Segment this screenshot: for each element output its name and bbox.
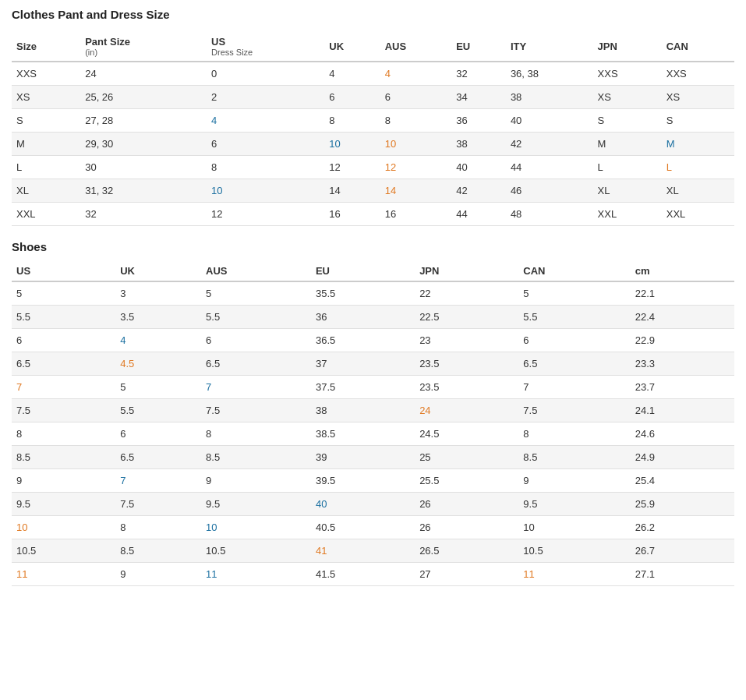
shoes-col-header: CAN (518, 260, 630, 281)
shoes-cell: 22.9 (631, 329, 734, 352)
shoes-cell: 7 (115, 469, 201, 493)
clothes-cell: S (593, 109, 662, 133)
shoes-cell: 40.5 (311, 516, 415, 539)
shoes-table-row: 1081040.5261026.2 (12, 516, 734, 539)
shoes-cell: 9 (201, 469, 311, 493)
shoes-cell: 4.5 (115, 352, 201, 376)
shoes-cell: 6.5 (12, 352, 115, 376)
shoes-cell: 11 (518, 563, 630, 586)
clothes-cell: 10 (324, 133, 380, 156)
clothes-table-row: XXS240443236, 38XXSXXS (12, 62, 734, 86)
shoes-cell: 23.3 (631, 352, 734, 376)
shoes-cell: 4 (115, 329, 201, 352)
shoes-cell: 9.5 (12, 493, 115, 516)
shoes-cell: 8.5 (115, 539, 201, 563)
shoes-table-row: 5.53.55.53622.55.522.4 (12, 306, 734, 329)
shoes-cell: 36.5 (311, 329, 415, 352)
shoes-cell: 26 (415, 516, 518, 539)
shoes-cell: 40 (311, 493, 415, 516)
shoes-cell: 5.5 (201, 306, 311, 329)
shoes-table-row: 8.56.58.539258.524.9 (12, 446, 734, 469)
shoes-cell: 3.5 (115, 306, 201, 329)
shoes-cell: 7 (201, 376, 311, 399)
clothes-cell: 12 (380, 156, 452, 179)
clothes-cell: 30 (80, 156, 207, 179)
clothes-cell: 29, 30 (80, 133, 207, 156)
shoes-table-row: 6.54.56.53723.56.523.3 (12, 352, 734, 376)
clothes-cell: 16 (324, 203, 380, 226)
shoes-cell: 8.5 (12, 446, 115, 469)
clothes-cell: 31, 32 (80, 179, 207, 203)
clothes-cell: 8 (207, 156, 324, 179)
shoes-cell: 10 (12, 516, 115, 539)
clothes-cell: XXS (593, 62, 662, 86)
clothes-cell: XXL (662, 203, 734, 226)
shoes-cell: 8.5 (518, 446, 630, 469)
shoes-cell: 24 (415, 399, 518, 422)
clothes-cell: 44 (506, 156, 593, 179)
shoes-cell: 8 (201, 422, 311, 446)
shoes-cell: 6 (201, 329, 311, 352)
shoes-cell: 41.5 (311, 563, 415, 586)
clothes-cell: XXL (593, 203, 662, 226)
clothes-table-row: M29, 30610103842MM (12, 133, 734, 156)
shoes-cell: 25.4 (631, 469, 734, 493)
shoes-cell: 6.5 (201, 352, 311, 376)
clothes-cell: XXS (12, 62, 80, 86)
shoes-cell: 36 (311, 306, 415, 329)
clothes-cell: 24 (80, 62, 207, 86)
shoes-col-header: US (12, 260, 115, 281)
clothes-cell: XL (662, 179, 734, 203)
shoes-cell: 24.9 (631, 446, 734, 469)
clothes-cell: 10 (207, 179, 324, 203)
shoes-col-header: EU (311, 260, 415, 281)
clothes-cell: L (662, 156, 734, 179)
shoes-cell: 39 (311, 446, 415, 469)
clothes-cell: L (12, 156, 80, 179)
clothes-cell: XXS (662, 62, 734, 86)
shoes-cell: 22.4 (631, 306, 734, 329)
shoes-cell: 5.5 (518, 306, 630, 329)
shoes-cell: 27.1 (631, 563, 734, 586)
clothes-cell: 4 (324, 62, 380, 86)
shoes-cell: 9.5 (518, 493, 630, 516)
shoes-cell: 23.7 (631, 376, 734, 399)
shoes-cell: 8 (518, 422, 630, 446)
shoes-table-row: 86838.524.5824.6 (12, 422, 734, 446)
shoes-cell: 22.5 (415, 306, 518, 329)
clothes-cell: 40 (506, 109, 593, 133)
shoes-cell: 25.5 (415, 469, 518, 493)
clothes-cell: XXL (12, 203, 80, 226)
clothes-cell: S (12, 109, 80, 133)
clothes-cell: XS (593, 86, 662, 109)
clothes-cell: M (662, 133, 734, 156)
clothes-cell: XS (662, 86, 734, 109)
shoes-cell: 23.5 (415, 352, 518, 376)
shoes-cell: 5.5 (12, 306, 115, 329)
clothes-cell: 4 (380, 62, 452, 86)
clothes-cell: 32 (451, 62, 506, 86)
shoes-cell: 5 (115, 376, 201, 399)
clothes-col-header: CAN (662, 30, 734, 62)
clothes-cell: 16 (380, 203, 452, 226)
clothes-cell: 40 (451, 156, 506, 179)
shoes-cell: 39.5 (311, 469, 415, 493)
shoes-table-row: 9.57.59.540269.525.9 (12, 493, 734, 516)
shoes-col-header: JPN (415, 260, 518, 281)
shoes-cell: 22.1 (631, 281, 734, 306)
clothes-col-header: Size (12, 30, 80, 62)
clothes-cell: 6 (324, 86, 380, 109)
clothes-cell: 4 (207, 109, 324, 133)
shoes-table: USUKAUSEUJPNCANcm 53535.522522.15.53.55.… (12, 260, 734, 586)
shoes-cell: 37.5 (311, 376, 415, 399)
shoes-cell: 11 (12, 563, 115, 586)
clothes-cell: 6 (207, 133, 324, 156)
shoes-cell: 7.5 (12, 399, 115, 422)
clothes-cell: 6 (380, 86, 452, 109)
shoes-cell: 6 (518, 329, 630, 352)
clothes-cell: 12 (207, 203, 324, 226)
clothes-col-header: USDress Size (207, 30, 324, 62)
shoes-cell: 3 (115, 281, 201, 306)
shoes-cell: 10 (518, 516, 630, 539)
shoes-cell: 8 (12, 422, 115, 446)
